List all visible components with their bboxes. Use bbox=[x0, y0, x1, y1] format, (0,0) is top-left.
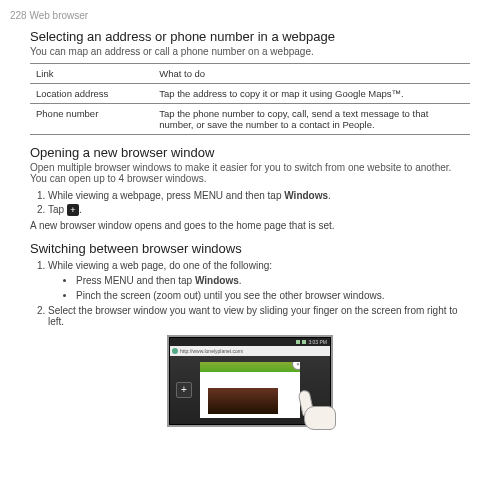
url-text: http://www.lonelyplanet.com/ bbox=[180, 348, 243, 354]
step-item: Select the browser window you want to vi… bbox=[48, 305, 470, 327]
section2-steps: While viewing a webpage, press MENU and … bbox=[30, 190, 470, 216]
cell-link: Location address bbox=[30, 84, 153, 104]
browser-card: × bbox=[200, 362, 300, 418]
url-bar: http://www.lonelyplanet.com/ bbox=[170, 346, 330, 356]
link-table: Link What to do Location address Tap the… bbox=[30, 63, 470, 135]
step-text: While viewing a webpage, press MENU and … bbox=[48, 190, 284, 201]
section2-title: Opening a new browser window bbox=[30, 145, 470, 160]
section3-steps: While viewing a web page, do one of the … bbox=[30, 260, 470, 327]
step-item: Tap +. bbox=[48, 204, 470, 216]
step-item: While viewing a web page, do one of the … bbox=[48, 260, 470, 301]
section2-followup: A new browser window opens and goes to t… bbox=[30, 220, 470, 231]
table-row: Phone number Tap the phone number to cop… bbox=[30, 104, 470, 135]
windows-bold: Windows bbox=[195, 275, 239, 286]
section3-title: Switching between browser windows bbox=[30, 241, 470, 256]
table-row: Location address Tap the address to copy… bbox=[30, 84, 470, 104]
section1-intro: You can map an address or call a phone n… bbox=[30, 46, 470, 57]
step-text: While viewing a web page, do one of the … bbox=[48, 260, 272, 271]
card-stripe bbox=[200, 362, 300, 372]
bullet-text: Press MENU and then tap bbox=[76, 275, 195, 286]
cell-desc: Tap the phone number to copy, call, send… bbox=[153, 104, 470, 135]
bullet-item: Press MENU and then tap Windows. bbox=[76, 275, 470, 286]
step-text: Tap bbox=[48, 204, 67, 215]
plus-button-icon: + bbox=[176, 382, 192, 398]
section1-title: Selecting an address or phone number in … bbox=[30, 29, 470, 44]
step-text-after: . bbox=[328, 190, 331, 201]
globe-icon bbox=[172, 348, 178, 354]
status-time: 3:03 PM bbox=[308, 339, 327, 345]
bullet-text-after: . bbox=[239, 275, 242, 286]
section2-intro: Open multiple browser windows to make it… bbox=[30, 162, 470, 184]
step-text-after: . bbox=[79, 204, 82, 215]
step-item: While viewing a webpage, press MENU and … bbox=[48, 190, 470, 201]
section3-bullets: Press MENU and then tap Windows. Pinch t… bbox=[48, 275, 470, 301]
plus-icon: + bbox=[67, 204, 79, 216]
illustration: 3:03 PM http://www.lonelyplanet.com/ + × bbox=[30, 335, 470, 427]
windows-bold: Windows bbox=[284, 190, 328, 201]
content-area: + × bbox=[170, 356, 330, 424]
card-thumb bbox=[208, 388, 278, 414]
signal-icon bbox=[302, 340, 306, 344]
table-header-desc: What to do bbox=[153, 64, 470, 84]
cell-desc: Tap the address to copy it or map it usi… bbox=[153, 84, 470, 104]
palm-icon bbox=[304, 406, 336, 430]
hand-gesture-icon bbox=[290, 386, 340, 430]
status-bar: 3:03 PM bbox=[170, 338, 330, 346]
table-header-link: Link bbox=[30, 64, 153, 84]
signal-icon bbox=[296, 340, 300, 344]
cell-link: Phone number bbox=[30, 104, 153, 135]
bullet-item: Pinch the screen (zoom out) until you se… bbox=[76, 290, 470, 301]
page-header: 228 Web browser bbox=[10, 10, 470, 21]
phone-frame: 3:03 PM http://www.lonelyplanet.com/ + × bbox=[167, 335, 333, 427]
